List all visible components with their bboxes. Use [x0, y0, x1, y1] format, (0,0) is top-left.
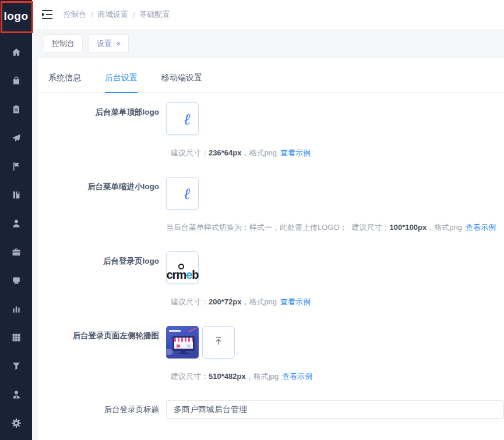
thumb-streak-decoration [188, 328, 196, 332]
form-row-login-carousel: 后台登录页面左侧轮播图 [38, 326, 504, 382]
menu-fold-icon [41, 9, 53, 20]
sidebar-item-users[interactable] [0, 209, 32, 237]
uploaded-logo-image: ℓ [184, 111, 191, 127]
field-hint: 建议尺寸：200*72px，格式png查看示例 [166, 297, 504, 307]
bar-chart-icon [11, 304, 22, 314]
field-control: crmeb 建议尺寸：200*72px，格式png查看示例 [166, 251, 504, 307]
field-label: 后台登录页面左侧轮播图 [38, 326, 166, 382]
filter-icon [11, 361, 22, 371]
crmeb-logo-part: cr [166, 268, 176, 281]
hint-size: 200*72px [209, 297, 241, 306]
hint-suffix: ，格式png [427, 223, 462, 232]
view-example-link[interactable]: 查看示例 [282, 372, 312, 381]
send-icon [11, 133, 22, 143]
opened-tags-bar: 控制台 设置 × [32, 29, 504, 58]
thumb-screen [174, 338, 193, 349]
thumb-shop-block [187, 345, 191, 347]
tag-chip-console-label: 控制台 [52, 38, 75, 49]
thumb-shop-block [177, 345, 180, 347]
menu-collapse-button[interactable] [41, 9, 54, 20]
sidebar-item-filter[interactable] [0, 352, 32, 380]
breadcrumb: 控制台 / 商城设置 / 基础配置 [64, 9, 170, 20]
hint-prefix: 建议尺寸： [171, 297, 209, 306]
user-icon [11, 218, 22, 229]
field-hint: 建议尺寸：236*64px，格式png查看示例 [166, 148, 504, 158]
hint-suffix: ，格式png [241, 148, 277, 157]
carousel-upload-button[interactable] [202, 326, 235, 359]
breadcrumb-item-mall-settings[interactable]: 商城设置 [98, 9, 128, 20]
sidebar-item-marketing[interactable] [0, 123, 32, 152]
hint-size: 510*482px [209, 372, 246, 381]
field-control: ℓ 建议尺寸：236*64px，格式png查看示例 [166, 102, 504, 158]
thumb-monitor-base [178, 353, 189, 354]
view-example-link[interactable]: 查看示例 [280, 148, 311, 157]
sidebar-item-products[interactable] [0, 66, 32, 95]
menu-small-logo-upload[interactable]: ℓ [166, 177, 199, 210]
sidebar-item-orders[interactable] [0, 95, 32, 123]
gear-icon [11, 418, 22, 428]
tag-chip-settings-label: 设置 [97, 38, 112, 49]
sidebar-item-account[interactable] [0, 380, 32, 409]
sidebar-nav [0, 32, 32, 437]
admin-settings-form: 后台菜单顶部logo ℓ 建议尺寸：236*64px，格式png查看示例 后台菜… [38, 93, 504, 419]
flag-icon [11, 161, 22, 172]
sidebar-item-apps[interactable] [0, 323, 32, 352]
briefcase-icon [11, 247, 22, 257]
thumb-awning [174, 338, 193, 342]
carousel-upload-group [166, 326, 504, 359]
close-icon[interactable]: × [116, 39, 121, 48]
upload-arrow-icon [213, 336, 224, 349]
hint-prefix: 建议尺寸： [171, 372, 209, 381]
tab-mobile-settings[interactable]: 移动端设置 [161, 73, 202, 93]
field-control [166, 400, 504, 419]
hint-size: 100*100px [390, 223, 427, 232]
hint-suffix: ，格式png [241, 297, 277, 306]
uploaded-logo-image: ℓ [184, 186, 191, 201]
sidebar-item-settings[interactable] [0, 409, 32, 437]
field-hint: 当后台菜单样式切换为：样式一，此处需上传LOGO；建议尺寸：100*100px，… [166, 222, 504, 233]
breadcrumb-item-basic-config: 基础配置 [139, 9, 170, 20]
form-row-menu-small-logo: 后台菜单缩进小logo ℓ 当后台菜单样式切换为：样式一，此处需上传LOGO；建… [38, 177, 504, 233]
thumb-caption-bar [169, 330, 181, 332]
sidebar-item-home[interactable] [0, 38, 32, 66]
sidebar-item-content[interactable] [0, 180, 32, 209]
field-control: ℓ 当后台菜单样式切换为：样式一，此处需上传LOGO；建议尺寸：100*100p… [166, 177, 504, 233]
clipboard-icon [11, 104, 22, 115]
shopping-bag-icon [11, 76, 22, 86]
breadcrumb-separator: / [91, 10, 93, 19]
book-icon [11, 190, 22, 200]
view-example-link[interactable]: 查看示例 [466, 223, 496, 232]
login-title-input[interactable] [166, 400, 504, 419]
field-label: 后台菜单缩进小logo [38, 177, 166, 233]
field-label: 后台登录页logo [38, 251, 166, 307]
carousel-image-thumbnail[interactable] [166, 326, 199, 359]
sidebar-item-merchants[interactable] [0, 237, 32, 266]
login-logo-upload[interactable]: crmeb [166, 251, 199, 284]
sidebar-logo[interactable]: logo [0, 0, 32, 32]
sidebar-item-device[interactable] [0, 266, 32, 294]
tag-chip-settings[interactable]: 设置 × [89, 34, 129, 53]
breadcrumb-item-console[interactable]: 控制台 [64, 9, 86, 20]
form-row-login-title: 后台登录页标题 [38, 400, 504, 419]
sidebar-item-activity[interactable] [0, 152, 32, 180]
top-header: 控制台 / 商城设置 / 基础配置 [32, 0, 504, 29]
breadcrumb-separator: / [133, 10, 135, 19]
view-example-link[interactable]: 查看示例 [280, 297, 311, 306]
settings-card: 系统信息 后台设置 移动端设置 后台菜单顶部logo ℓ 建议尺寸：236*64… [38, 58, 504, 440]
field-hint: 建议尺寸：510*482px，格式jpg查看示例 [166, 371, 504, 382]
hint-suffix: ，格式jpg [246, 372, 279, 381]
crmeb-ring-icon [178, 264, 184, 269]
form-row-login-logo: 后台登录页logo crmeb 建议尺寸：200*72px，格式png查看示例 [38, 251, 504, 307]
crmeb-logo-part-e: e [186, 268, 192, 281]
form-row-menu-top-logo: 后台菜单顶部logo ℓ 建议尺寸：236*64px，格式png查看示例 [38, 102, 504, 158]
hint-size: 236*64px [209, 148, 241, 157]
sidebar-item-statistics[interactable] [0, 294, 32, 323]
menu-top-logo-upload[interactable]: ℓ [166, 102, 199, 135]
tag-chip-console[interactable]: 控制台 [44, 34, 83, 53]
field-label: 后台菜单顶部logo [38, 102, 166, 158]
crmeb-logo-image: crmeb [166, 269, 198, 281]
tab-system-info[interactable]: 系统信息 [48, 73, 81, 93]
tab-admin-settings[interactable]: 后台设置 [105, 73, 138, 93]
hint-note: 当后台菜单样式切换为：样式一，此处需上传LOGO； [166, 223, 347, 232]
thumb-monitor-illustration [172, 336, 195, 351]
